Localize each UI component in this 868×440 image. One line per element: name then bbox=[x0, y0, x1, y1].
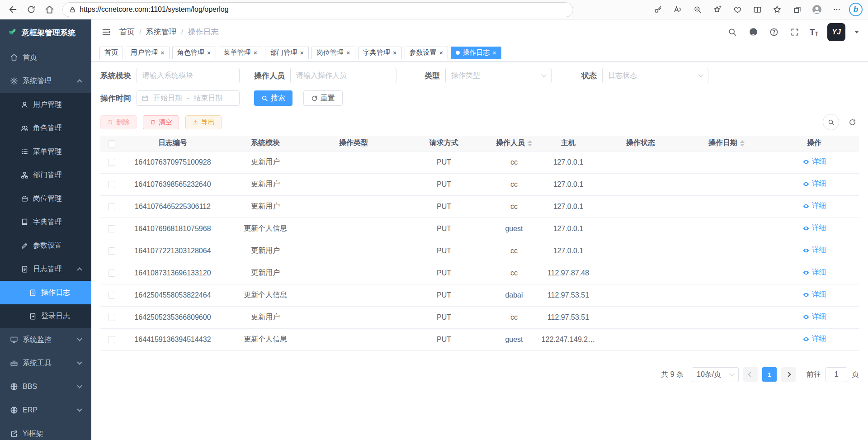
detail-link[interactable]: 详细 bbox=[802, 179, 826, 189]
browser-essentials-icon[interactable] bbox=[730, 2, 745, 17]
tab-用户管理[interactable]: 用户管理× bbox=[126, 47, 170, 59]
show-search-toggle-button[interactable] bbox=[823, 114, 839, 130]
sidebar-item-dept-mgmt[interactable]: 部门管理 bbox=[0, 163, 91, 187]
col-operator[interactable]: 操作人员 bbox=[489, 136, 539, 151]
sidebar-item-system-tools[interactable]: 系统工具 bbox=[0, 351, 91, 375]
search-button[interactable]: 搜索 bbox=[254, 90, 292, 106]
sidebar-item-post-mgmt[interactable]: 岗位管理 bbox=[0, 187, 91, 210]
sidebar-item-login-log[interactable]: 登录日志 bbox=[0, 304, 91, 328]
tab-操作日志[interactable]: 操作日志× bbox=[451, 47, 501, 59]
tab-部门管理[interactable]: 部门管理× bbox=[265, 47, 309, 59]
next-page-button[interactable] bbox=[781, 367, 796, 382]
sidebar-item-role-mgmt[interactable]: 角色管理 bbox=[0, 116, 91, 140]
tab-close-icon[interactable]: × bbox=[393, 49, 397, 56]
clear-button[interactable]: 清空 bbox=[143, 115, 179, 129]
delete-button[interactable]: 删除 bbox=[100, 115, 137, 129]
avatar[interactable]: YJ bbox=[827, 23, 845, 41]
row-checkbox[interactable] bbox=[108, 292, 115, 299]
page-size-select[interactable]: 10条/页 bbox=[692, 367, 739, 382]
detail-link[interactable]: 详细 bbox=[802, 157, 826, 166]
tab-close-icon[interactable]: × bbox=[254, 49, 258, 56]
detail-link[interactable]: 详细 bbox=[802, 290, 826, 299]
fullscreen-icon[interactable] bbox=[789, 26, 801, 38]
sidebar-item-bbs[interactable]: BBS bbox=[0, 375, 91, 398]
sidebar-item-home[interactable]: 首页 bbox=[0, 46, 91, 69]
current-page-button[interactable]: 1 bbox=[762, 367, 777, 382]
refresh-table-button[interactable] bbox=[845, 115, 859, 129]
detail-link[interactable]: 详细 bbox=[802, 312, 826, 322]
detail-link[interactable]: 详细 bbox=[802, 246, 826, 255]
module-input[interactable] bbox=[137, 68, 240, 83]
search-icon[interactable] bbox=[726, 26, 738, 38]
add-favorite-icon[interactable] bbox=[710, 2, 725, 17]
tab-首页[interactable]: 首页 bbox=[99, 47, 123, 59]
tab-close-icon[interactable]: × bbox=[492, 49, 496, 56]
password-key-icon[interactable] bbox=[650, 2, 665, 17]
tab-close-icon[interactable]: × bbox=[207, 49, 211, 56]
breadcrumb-system[interactable]: 系统管理 bbox=[146, 27, 177, 37]
row-checkbox[interactable] bbox=[108, 225, 115, 232]
date-range-picker[interactable]: 开始日期 - 结束日期 bbox=[137, 90, 240, 106]
status-select[interactable]: 日志状态 bbox=[602, 68, 708, 83]
tab-角色管理[interactable]: 角色管理× bbox=[172, 47, 216, 59]
sidebar-item-menu-mgmt[interactable]: 菜单管理 bbox=[0, 140, 91, 163]
sort-icon[interactable] bbox=[740, 140, 745, 147]
export-button[interactable]: 导出 bbox=[185, 115, 222, 129]
back-icon[interactable] bbox=[5, 2, 21, 17]
row-checkbox[interactable] bbox=[108, 181, 115, 188]
row-checkbox[interactable] bbox=[108, 159, 115, 166]
detail-link[interactable]: 详细 bbox=[802, 201, 826, 211]
row-checkbox[interactable] bbox=[108, 203, 115, 210]
sidebar-item-log-mgmt[interactable]: 日志管理 bbox=[0, 257, 91, 281]
sidebar-item-system-monitor[interactable]: 系统监控 bbox=[0, 328, 91, 351]
reset-button[interactable]: 重置 bbox=[303, 90, 343, 106]
operator-input[interactable] bbox=[290, 68, 396, 83]
more-options-icon[interactable] bbox=[829, 2, 844, 17]
tab-close-icon[interactable]: × bbox=[300, 49, 304, 56]
font-size-icon[interactable]: TT bbox=[810, 27, 818, 37]
sidebar-item-dict-mgmt[interactable]: 字典管理 bbox=[0, 210, 91, 234]
detail-link[interactable]: 详细 bbox=[802, 334, 826, 344]
github-icon[interactable] bbox=[747, 26, 759, 38]
sidebar-item-param-settings[interactable]: 参数设置 bbox=[0, 234, 91, 257]
row-checkbox[interactable] bbox=[108, 314, 115, 321]
row-checkbox[interactable] bbox=[108, 336, 115, 343]
sidebar-item-erp[interactable]: ERP bbox=[0, 398, 91, 422]
sort-icon[interactable] bbox=[528, 140, 532, 147]
row-checkbox[interactable] bbox=[108, 247, 115, 255]
read-aloud-icon[interactable] bbox=[670, 2, 685, 17]
goto-page-input[interactable] bbox=[826, 367, 847, 382]
tab-参数设置[interactable]: 参数设置× bbox=[405, 47, 448, 59]
sidebar-item-oper-log[interactable]: 操作日志 bbox=[0, 281, 91, 304]
address-bar[interactable]: https://ccnetcore.com:1101/system/log/op… bbox=[62, 2, 573, 17]
tab-close-icon[interactable]: × bbox=[346, 49, 350, 56]
split-screen-icon[interactable] bbox=[750, 2, 765, 17]
help-icon[interactable] bbox=[768, 26, 780, 38]
favorites-icon[interactable] bbox=[769, 2, 785, 17]
bing-icon[interactable]: b bbox=[849, 3, 863, 16]
chevron-down-icon[interactable] bbox=[854, 31, 859, 33]
url-text[interactable]: https://ccnetcore.com:1101/system/log/op… bbox=[80, 5, 229, 14]
tab-close-icon[interactable]: × bbox=[439, 49, 443, 56]
type-select[interactable]: 操作类型 bbox=[445, 68, 552, 83]
collections-icon[interactable] bbox=[789, 2, 805, 17]
col-date[interactable]: 操作日期 bbox=[684, 136, 769, 151]
sidebar-item-yi-framework[interactable]: Yi框架 bbox=[0, 422, 91, 440]
tab-close-icon[interactable]: × bbox=[160, 49, 165, 56]
home-icon[interactable] bbox=[42, 2, 57, 17]
sidebar-item-user-mgmt[interactable]: 用户管理 bbox=[0, 93, 91, 116]
detail-link[interactable]: 详细 bbox=[802, 223, 826, 233]
tab-字典管理[interactable]: 字典管理× bbox=[358, 47, 402, 59]
select-all-checkbox[interactable] bbox=[108, 140, 115, 147]
sidebar-item-system-mgmt[interactable]: 系统管理 bbox=[0, 69, 91, 93]
profile-avatar[interactable] bbox=[809, 2, 825, 17]
tab-菜单管理[interactable]: 菜单管理× bbox=[219, 47, 263, 59]
row-checkbox[interactable] bbox=[108, 270, 115, 277]
tab-岗位管理[interactable]: 岗位管理× bbox=[311, 47, 355, 59]
sidebar-toggle-icon[interactable] bbox=[100, 26, 112, 38]
breadcrumb-home[interactable]: 首页 bbox=[119, 27, 135, 37]
refresh-icon[interactable] bbox=[24, 2, 39, 17]
zoom-out-icon[interactable] bbox=[690, 2, 705, 17]
prev-page-button[interactable] bbox=[743, 367, 758, 382]
detail-link[interactable]: 详细 bbox=[802, 268, 826, 277]
